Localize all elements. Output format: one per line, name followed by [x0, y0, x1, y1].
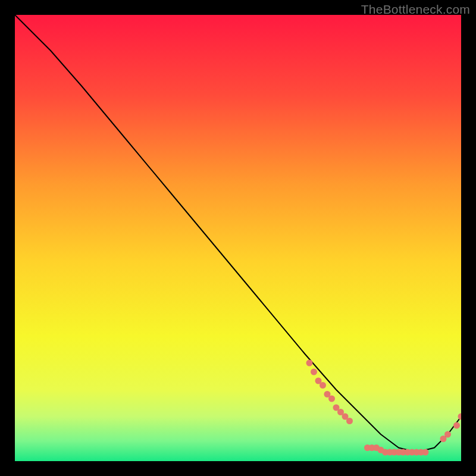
chart-stage: TheBottleneck.com — [0, 0, 476, 476]
point-dots-descent — [320, 382, 326, 389]
point-dots-descent — [328, 396, 335, 402]
point-dots-rise — [453, 422, 460, 429]
point-dots-rise — [444, 431, 451, 438]
point-dots-valley — [422, 449, 429, 456]
chart-plot — [15, 15, 461, 461]
chart-svg — [15, 15, 461, 461]
gradient-rect — [15, 15, 461, 461]
point-dots-descent — [346, 418, 353, 424]
point-dots-descent — [306, 360, 313, 367]
watermark-text: TheBottleneck.com — [361, 2, 470, 17]
point-dots-descent — [311, 369, 317, 375]
